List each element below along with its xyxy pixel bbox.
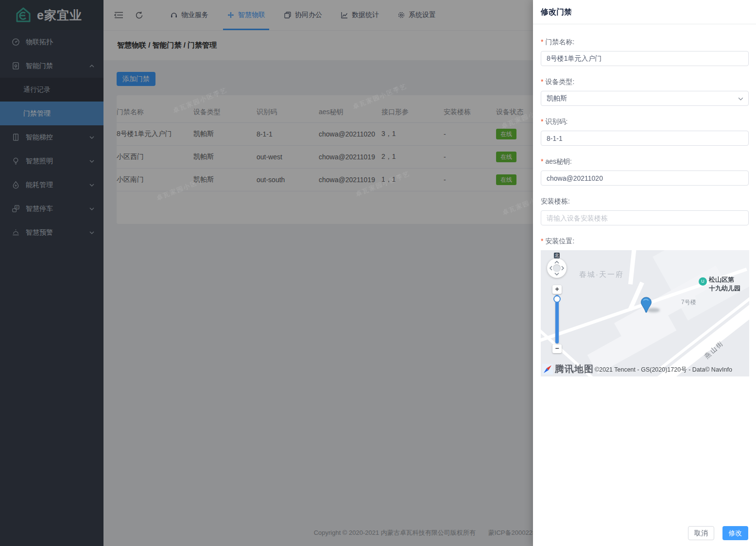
confirm-edit-button[interactable]: 修改 — [722, 526, 748, 540]
field-door-name: *门禁名称: — [541, 38, 749, 66]
device-type-select[interactable]: 凯帕斯 — [541, 91, 749, 106]
drawer-body: *门禁名称: *设备类型: 凯帕斯 *识别码: *aes秘钥: 安装楼栋: *安… — [533, 24, 756, 522]
map-label-building7: 7号楼 — [681, 298, 696, 307]
required-marker: * — [541, 118, 543, 125]
zoom-in-button[interactable]: + — [552, 285, 562, 294]
pan-down-icon[interactable] — [554, 272, 559, 276]
pan-right-icon[interactable] — [560, 266, 565, 271]
zoom-slider[interactable] — [555, 295, 559, 343]
edit-door-drawer: 修改门禁 *门禁名称: *设备类型: 凯帕斯 *识别码: *aes秘钥: 安装楼… — [533, 0, 756, 546]
map-attribution: 腾讯地图 ©2021 Tencent - GS(2020)1720号 - Dat… — [541, 363, 749, 376]
location-map[interactable]: 春城·天一府 U 松山区第 十九幼儿园 7号楼 燕山街 — [541, 250, 749, 376]
drawer-title: 修改门禁 — [533, 0, 756, 24]
aes-key-input[interactable] — [541, 171, 749, 186]
code-input[interactable] — [541, 131, 749, 146]
required-marker: * — [541, 157, 543, 165]
north-indicator: 北 — [554, 253, 560, 258]
field-label: 识别码: — [545, 118, 567, 125]
tencent-map-logo-text: 腾讯地图 — [555, 363, 594, 375]
map-pin-icon — [640, 297, 652, 313]
map-label-estate: 春城·天一府 — [579, 270, 624, 279]
pan-center-knob[interactable] — [553, 264, 561, 272]
required-marker: * — [541, 78, 543, 85]
selected-value: 凯帕斯 — [547, 94, 567, 103]
chevron-down-icon — [738, 96, 744, 102]
field-aes-key: *aes秘钥: — [541, 157, 749, 186]
field-label: 安装楼栋: — [541, 197, 570, 205]
field-label: 门禁名称: — [545, 38, 574, 46]
field-label: 设备类型: — [545, 78, 574, 85]
map-road — [628, 250, 636, 285]
door-name-input[interactable] — [541, 51, 749, 66]
map-zoom-control: + − — [552, 285, 562, 353]
tencent-map-logo: 腾讯地图 — [542, 363, 594, 375]
kindergarten-marker-icon: U — [699, 277, 707, 286]
zoom-slider-handle[interactable] — [553, 295, 561, 303]
drawer-footer: 取消 修改 — [533, 522, 756, 546]
map-pan-control[interactable] — [547, 258, 567, 278]
cancel-button[interactable]: 取消 — [688, 526, 714, 540]
map-copyright: ©2021 Tencent - GS(2020)1720号 - Data© Na… — [595, 366, 732, 374]
required-marker: * — [541, 38, 543, 46]
field-label: 安装位置: — [545, 237, 574, 245]
field-building: 安装楼栋: — [541, 197, 749, 225]
building-input[interactable] — [541, 210, 749, 225]
field-code: *识别码: — [541, 118, 749, 146]
field-label: aes秘钥: — [545, 157, 571, 165]
zoom-out-button[interactable]: − — [552, 344, 562, 353]
field-device-type: *设备类型: 凯帕斯 — [541, 78, 749, 106]
field-location: *安装位置: 春城·天一府 U 松山区第 十九幼儿园 — [541, 237, 749, 376]
map-label-kindergarten: 松山区第 十九幼儿园 — [709, 275, 740, 293]
compass-needle-icon — [542, 364, 553, 375]
required-marker: * — [541, 237, 543, 245]
